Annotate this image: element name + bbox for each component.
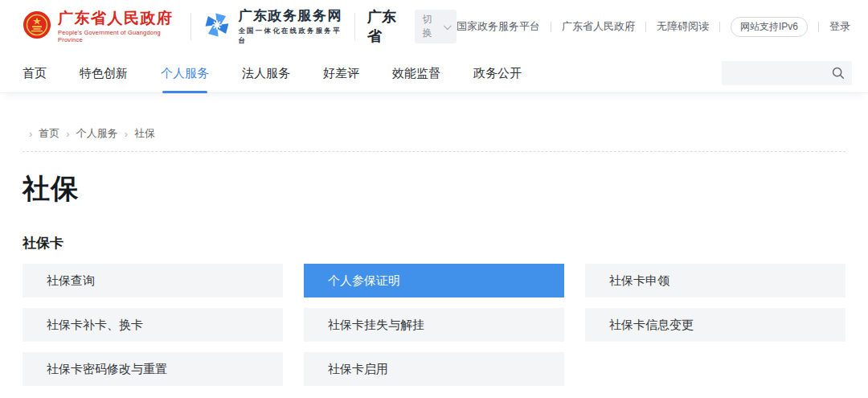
ipv6-badge[interactable]: 网站支持IPv6 [731,17,808,37]
breadcrumb-item: › 首页 [23,126,59,141]
gov-logo-text: 广东省人民政府 People's Government of Guangdong… [58,10,178,43]
region-switch-button[interactable]: 切换 [415,10,457,43]
header-top: 广东省人民政府 People's Government of Guangdong… [0,0,868,53]
nav-item[interactable]: 效能监督 [392,53,440,93]
page: 广东省人民政府 People's Government of Guangdong… [0,0,868,398]
service-button[interactable]: 社保查询 [23,264,283,297]
service-button[interactable]: 社保卡申领 [585,264,845,297]
header-link-separator [818,22,819,32]
section-heading: 社保卡 [23,236,845,252]
header-link[interactable]: 无障碍阅读 [657,19,709,34]
portal-logo[interactable]: 广东政务服务网 全国一体化在线政务服务平台 [203,8,342,46]
gov-logo[interactable]: 广东省人民政府 People's Government of Guangdong… [23,10,178,43]
gov-subtitle: People's Government of Guangdong Provinc… [58,29,178,43]
service-button[interactable]: 社保卡信息变更 [585,308,845,342]
region-switch-label: 切换 [422,13,440,40]
header-divider [190,13,191,40]
gov-title: 广东省人民政府 [58,10,178,27]
breadcrumb-separator-icon: › [66,128,69,140]
portal-logo-text: 广东政务服务网 全国一体化在线政务服务平台 [238,8,342,46]
page-title: 社保 [23,172,845,204]
pinwheel-logo-icon [203,11,231,42]
service-button[interactable]: 社保卡挂失与解挂 [304,308,564,342]
header-links: 国家政务服务平台 广东省人民政府 无障碍阅读 网站支持IPv6 登录 [457,17,850,37]
nav-item[interactable]: 好差评 [323,53,359,93]
breadcrumb-separator-icon: › [29,128,32,140]
search-icon[interactable] [831,66,845,80]
national-emblem-icon [23,10,51,43]
portal-title: 广东政务服务网 [238,8,342,24]
breadcrumb-separator-icon: › [125,128,128,140]
breadcrumb-link[interactable]: 个人服务 [76,126,118,141]
services-grid: 社保查询 个人参保证明 社保卡申领 社保卡补卡、换卡 社保卡挂失与解挂 社保卡信… [23,264,845,386]
header-link-separator [645,22,646,32]
nav-item-list: 首页 特色创新 个人服务 法人服务 好差评 效能监督 政务公开 [23,53,555,93]
breadcrumb-link[interactable]: 社保 [134,126,155,141]
nav-item[interactable]: 法人服务 [242,53,290,93]
breadcrumb-item: › 社保 [118,126,155,141]
content: › 首页 › 个人服务 › 社保 社保 社保卡 社保查询 个人参保 [0,93,868,398]
header-link[interactable]: 广东省人民政府 [562,19,635,34]
nav-item[interactable]: 首页 [23,53,47,93]
main-nav: 首页 特色创新 个人服务 法人服务 好差评 效能监督 政务公开 [0,53,868,93]
service-button[interactable]: 社保卡启用 [304,352,564,386]
header-link-list: 国家政务服务平台 广东省人民政府 无障碍阅读 [457,19,720,34]
breadcrumb-item: › 个人服务 [59,126,117,141]
nav-item[interactable]: 特色创新 [80,53,128,93]
service-button[interactable]: 社保卡密码修改与重置 [23,352,283,386]
service-button[interactable]: 个人参保证明 [304,264,564,297]
breadcrumb: › 首页 › 个人服务 › 社保 [23,93,845,152]
chevron-down-icon [444,22,452,30]
service-button[interactable]: 社保卡补卡、换卡 [23,308,283,342]
nav-item[interactable]: 政务公开 [473,53,522,93]
nav-item[interactable]: 个人服务 [161,53,209,93]
header-link-separator [719,22,720,32]
region-selector: 广东省 切换 [367,7,457,46]
region-name: 广东省 [367,7,407,46]
login-link[interactable]: 登录 [829,19,850,34]
header-link[interactable]: 国家政务服务平台 [457,19,540,34]
search-box[interactable] [722,61,852,85]
header-link-separator [551,22,551,32]
search-input[interactable] [730,66,831,80]
breadcrumb-link[interactable]: 首页 [39,126,59,141]
header-divider [354,13,355,40]
portal-subtitle: 全国一体化在线政务服务平台 [238,27,342,46]
